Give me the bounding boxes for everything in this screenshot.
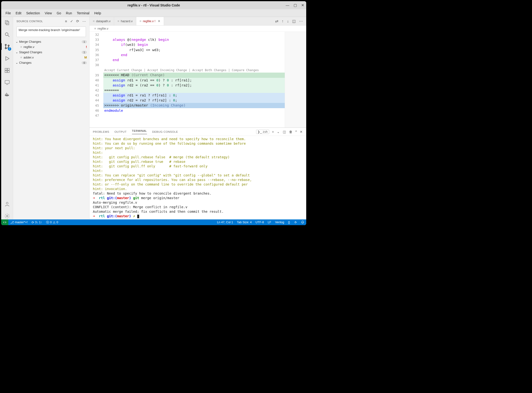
merge-codelens[interactable]: Accept Current Change | Accept Incoming … [103,68,285,73]
svg-rect-0 [5,21,8,24]
cursor-position[interactable]: Ln 47, Col 1 [215,219,235,225]
tab-hazard-v[interactable]: ≡hazard.v [114,17,136,25]
svg-rect-17 [6,93,7,94]
svg-rect-12 [5,80,9,84]
commit-icon[interactable]: ✓ [70,19,74,23]
scm-file-regfile.v[interactable]: ≡ regfile.v! [13,44,89,49]
maximize-button[interactable]: ▢ [294,3,297,7]
problems-status[interactable]: ⓧ 0 ⚠ 0 [44,219,60,225]
branch-status[interactable]: ⎇ master*+! [8,219,30,225]
run-debug-icon[interactable] [4,55,11,62]
menu-view[interactable]: View [42,10,54,16]
menu-selection[interactable]: Selection [24,10,42,16]
svg-point-4 [5,44,6,46]
svg-rect-11 [7,68,9,70]
accounts-icon[interactable] [4,201,11,207]
menu-go[interactable]: Go [54,10,63,16]
svg-rect-14 [5,94,6,95]
panel-tab-output[interactable]: OUTPUT [115,130,127,133]
close-button[interactable]: ✕ [301,3,304,7]
sidebar-title: SOURCE CONTROL [16,20,43,23]
commit-message-input[interactable]: Merge remote-tracking branch 'origin/mas… [16,27,86,37]
language-mode[interactable]: Verilog [273,219,286,225]
encoding[interactable]: UTF-8 [253,219,266,225]
panel: PROBLEMSOUTPUTTERMINALDEBUG CONSOLE❯_ zs… [90,127,306,219]
terminal-profile[interactable]: ❯_ zsh [256,130,269,134]
remote-indicator[interactable] [1,219,8,225]
next-change-icon[interactable]: ↓ [287,19,289,23]
breadcrumb[interactable]: ≡ regfile.v [90,26,306,32]
tab-close-icon[interactable]: ✕ [158,19,160,23]
explorer-icon[interactable] [4,19,11,26]
terminal-dropdown-icon[interactable]: ⌄ [277,130,280,134]
search-icon[interactable] [4,31,11,38]
new-terminal-icon[interactable]: + [272,130,274,134]
tab-regfile-v--[interactable]: ≡regfile.v !✕ [136,17,164,25]
svg-point-5 [5,48,6,49]
scm-section-merge-changes[interactable]: ⌄ Merge Changes1 [13,39,89,44]
statusbar: ⎇ master*+! ⟳ 3↓ 1↑ ⓧ 0 ⚠ 0 Ln 47, Col 1… [1,219,306,225]
breadcrumb-item: regfile.v [98,27,109,30]
more-editor-actions-icon[interactable]: ⋯ [299,19,303,23]
svg-marker-7 [6,57,9,60]
svg-rect-10 [7,71,9,73]
menu-file[interactable]: File [3,10,13,16]
svg-point-2 [5,33,8,36]
menu-help[interactable]: Help [92,10,104,16]
extensions-icon[interactable] [4,67,11,74]
menubar: FileEditSelectionViewGoRunTerminalHelp [1,9,306,17]
svg-point-18 [6,202,8,204]
svg-point-19 [6,215,8,217]
prev-change-icon[interactable]: ↑ [282,19,284,23]
line-gutter: 32333435363738 394041424344454647 [90,32,103,127]
feedback-icon[interactable] [292,219,299,225]
activity-bar: 2 [1,17,13,219]
split-terminal-icon[interactable]: ◫ [283,130,286,134]
notifications-icon[interactable] [299,219,306,225]
sync-status[interactable]: ⟳ 3↓ 1↑ [30,219,44,225]
docker-icon[interactable] [4,91,11,98]
maximize-panel-icon[interactable]: ^ [295,130,297,134]
svg-rect-1 [6,21,9,25]
editor-tabs: ≡datapath.v≡hazard.v≡regfile.v !✕ ⇄ ↑ ↓ … [90,17,306,26]
titlebar: regfile.v - rtl - Visual Studio Code — ▢… [1,1,306,9]
terminal[interactable]: hint: You have divergent branches and ne… [90,136,306,219]
window-title: regfile.v - rtl - Visual Studio Code [127,3,180,7]
editor-area: ≡datapath.v≡hazard.v≡regfile.v !✕ ⇄ ↑ ↓ … [90,17,306,219]
svg-point-6 [8,45,9,46]
eol[interactable]: LF [266,219,273,225]
settings-icon[interactable] [4,213,11,219]
panel-tab-problems[interactable]: PROBLEMS [93,130,109,133]
scm-section-changes[interactable]: ⌄ Changes0 [13,60,89,65]
svg-rect-8 [5,68,7,70]
tab-datapath-v[interactable]: ≡datapath.v [90,17,114,25]
compare-changes-icon[interactable]: ⇄ [275,19,278,23]
close-panel-icon[interactable]: ✕ [300,130,303,134]
menu-edit[interactable]: Edit [13,10,24,16]
svg-rect-16 [7,94,8,95]
panel-tab-debug-console[interactable]: DEBUG CONSOLE [152,130,178,133]
svg-point-20 [295,222,296,223]
code-editor[interactable]: always @(negedge clk) begin if(we3) begi… [103,32,285,127]
scm-badge: 2 [8,47,11,51]
svg-line-3 [8,35,9,37]
view-as-tree-icon[interactable]: ≡ [65,19,67,23]
scm-file-adder.v[interactable]: ≡ adder.vM [13,55,89,60]
more-actions-icon[interactable]: ⋯ [82,19,86,23]
panel-tabs: PROBLEMSOUTPUTTERMINALDEBUG CONSOLE❯_ zs… [90,128,306,136]
svg-rect-9 [5,71,7,73]
sidebar: SOURCE CONTROL ≡ ✓ ⟳ ⋯ Merge remote-trac… [13,17,90,219]
remote-explorer-icon[interactable] [4,79,11,86]
source-control-icon[interactable]: 2 [4,43,11,50]
panel-tab-terminal[interactable]: TERMINAL [132,129,147,134]
tab-size[interactable]: Tab Size: 4 [235,219,254,225]
kill-terminal-icon[interactable]: 🗑 [289,130,293,134]
split-editor-icon[interactable]: ◫ [292,19,296,23]
minimap[interactable] [285,32,306,127]
menu-terminal[interactable]: Terminal [74,10,92,16]
scm-section-staged-changes[interactable]: ⌄ Staged Changes1 [13,49,89,55]
menu-run[interactable]: Run [63,10,74,16]
language-status-icon[interactable]: {} [286,219,292,225]
refresh-icon[interactable]: ⟳ [76,19,79,23]
minimize-button[interactable]: — [286,3,289,7]
